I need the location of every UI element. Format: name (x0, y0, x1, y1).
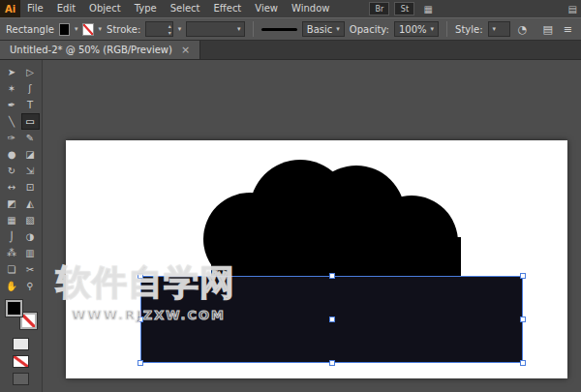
rectangle-tool[interactable]: ▭ (21, 113, 40, 130)
perspective-grid-tool[interactable]: ◭ (21, 196, 40, 212)
selection-handle-top-right[interactable] (520, 273, 526, 279)
zoom-tool[interactable]: ⚲ (21, 278, 40, 294)
brush-dropdown-icon: ▾ (336, 25, 340, 33)
toolbar-bottom-buttons (13, 338, 29, 385)
workspace-switcher-icon[interactable]: ▤ (565, 4, 581, 15)
stroke-panel-button[interactable]: St (394, 2, 414, 15)
none-button[interactable] (13, 355, 29, 368)
symbol-sprayer-tool[interactable]: ⁂ (3, 245, 21, 261)
tab-close-icon[interactable]: × (181, 45, 190, 55)
eyedropper-tool[interactable]: ⌡ (3, 228, 21, 245)
illustrator-window: Ai File Edit Object Type Select Effect V… (0, 0, 581, 392)
scale-tool[interactable]: ⇲ (21, 163, 40, 179)
menubar: Ai File Edit Object Type Select Effect V… (0, 0, 581, 17)
mesh-tool[interactable]: ▦ (3, 212, 21, 228)
document-tab[interactable]: Untitled-2* @ 50% (RGB/Preview) × (0, 41, 200, 59)
divider (446, 21, 447, 37)
swatches-panel-icon[interactable]: ▦ (419, 4, 436, 15)
document-tab-bar: Untitled-2* @ 50% (RGB/Preview) × (0, 41, 581, 60)
style-dropdown-icon: ▾ (493, 25, 497, 33)
rotate-tool[interactable]: ↻ (3, 163, 21, 179)
selection-handle-bottom-middle[interactable] (329, 360, 335, 366)
document-tab-title: Untitled-2* @ 50% (RGB/Preview) (10, 45, 172, 55)
free-transform-tool[interactable]: ⊡ (21, 179, 40, 196)
paintbrush-tool[interactable]: ✑ (3, 130, 21, 146)
opacity-select[interactable]: 100% ▾ (394, 21, 439, 37)
fill-color-swatch[interactable] (59, 23, 70, 36)
menu-item-view[interactable]: View (248, 0, 285, 17)
width-profile-select[interactable]: ▾ (186, 21, 245, 37)
direct-selection-tool[interactable]: ▷ (21, 64, 40, 80)
stroke-none-swatch[interactable] (20, 313, 37, 329)
canvas-area[interactable]: 软件自学网 WWW.RJZXW.COM (43, 60, 581, 392)
control-bar: Rectangle ▾ ▾ Stroke: ▴ ▾ ▾ ▾ Basic ▾ Op… (0, 17, 581, 41)
tool-name-label: Rectangle (6, 24, 54, 35)
menu-item-edit[interactable]: Edit (50, 0, 82, 17)
stroke-weight-label: Stroke: (107, 24, 140, 35)
shape-builder-tool[interactable]: ◩ (3, 196, 21, 212)
width-profile-dropdown-icon: ▾ (237, 25, 241, 33)
selected-rectangle[interactable] (140, 276, 523, 363)
artboard-tool[interactable]: ❏ (3, 261, 21, 278)
fill-stroke-indicator (6, 300, 37, 329)
menu-item-effect[interactable]: Effect (207, 0, 249, 17)
menu-item-select[interactable]: Select (164, 0, 207, 17)
selection-handle-middle-left[interactable] (138, 317, 143, 322)
magic-wand-tool[interactable]: ✶ (3, 80, 21, 97)
artboard[interactable] (66, 140, 567, 378)
style-label: Style: (455, 24, 483, 35)
style-select[interactable]: ▾ (488, 21, 510, 37)
stepper-down-icon[interactable]: ▾ (168, 29, 171, 36)
pen-tool[interactable]: ✒ (3, 97, 21, 113)
selection-center-point[interactable] (329, 317, 335, 322)
screen-mode-button[interactable] (13, 373, 29, 385)
stepper-arrows-icon[interactable]: ▴ ▾ (168, 22, 171, 36)
blend-tool[interactable]: ◑ (21, 228, 40, 245)
eraser-tool[interactable]: ◪ (21, 146, 40, 163)
brushes-panel-button[interactable]: Br (369, 2, 389, 15)
stroke-dropdown-icon[interactable]: ▾ (99, 25, 103, 33)
menu-item-window[interactable]: Window (285, 0, 336, 17)
fill-dropdown-icon[interactable]: ▾ (75, 25, 78, 33)
column-graph-tool[interactable]: ▥ (21, 245, 40, 261)
opacity-dropdown-icon: ▾ (431, 25, 435, 33)
gradient-tool[interactable]: ▧ (21, 212, 40, 228)
divider (253, 21, 254, 37)
pencil-tool[interactable]: ✎ (21, 130, 40, 146)
recolor-artwork-icon[interactable]: ◔ (515, 23, 531, 36)
opacity-label: Opacity: (350, 24, 389, 35)
app-logo: Ai (0, 0, 20, 17)
control-bar-menu-icon[interactable]: ≡ (561, 23, 575, 36)
opacity-value: 100% (399, 24, 427, 35)
menu-item-object[interactable]: Object (82, 0, 128, 17)
cloud-base (211, 237, 461, 281)
brush-definition-value: Basic (307, 24, 332, 35)
blob-brush-tool[interactable]: ● (3, 146, 21, 163)
main-area: ➤ ▷ ✶ ʃ ✒ T ╲ ▭ ✑ ✎ ● ◪ ↻ ⇲ ↔ ⊡ ◩ ◭ ▦ ▧ (0, 60, 581, 392)
width-tool[interactable]: ↔ (3, 179, 21, 196)
stroke-weight-dropdown-icon[interactable]: ▾ (178, 25, 182, 33)
hand-tool[interactable]: ✋ (3, 278, 21, 294)
brush-definition-select[interactable]: Basic ▾ (302, 21, 345, 37)
brush-stroke-preview (261, 28, 296, 31)
tools-grid: ➤ ▷ ✶ ʃ ✒ T ╲ ▭ ✑ ✎ ● ◪ ↻ ⇲ ↔ ⊡ ◩ ◭ ▦ ▧ (3, 64, 40, 294)
stroke-weight-stepper[interactable]: ▴ ▾ (145, 21, 172, 37)
line-segment-tool[interactable]: ╲ (3, 113, 21, 130)
type-tool[interactable]: T (21, 97, 40, 113)
selection-handle-middle-right[interactable] (520, 317, 526, 322)
tools-panel: ➤ ▷ ✶ ʃ ✒ T ╲ ▭ ✑ ✎ ● ◪ ↻ ⇲ ↔ ⊡ ◩ ◭ ▦ ▧ (0, 60, 43, 392)
fill-swatch[interactable] (6, 300, 22, 317)
slice-tool[interactable]: ✂ (21, 261, 40, 278)
menu-item-file[interactable]: File (20, 0, 50, 17)
document-setup-icon[interactable]: ▤ (539, 23, 555, 36)
selection-tool[interactable]: ➤ (3, 64, 21, 80)
stroke-color-swatch[interactable] (82, 23, 93, 36)
stepper-up-icon[interactable]: ▴ (168, 22, 171, 29)
selection-handle-top-left[interactable] (138, 273, 143, 279)
selection-handle-top-middle[interactable] (329, 273, 335, 279)
color-button[interactable] (13, 338, 29, 350)
selection-handle-bottom-right[interactable] (520, 360, 526, 366)
selection-handle-bottom-left[interactable] (138, 360, 143, 366)
menu-item-type[interactable]: Type (128, 0, 164, 17)
lasso-tool[interactable]: ʃ (21, 80, 40, 97)
